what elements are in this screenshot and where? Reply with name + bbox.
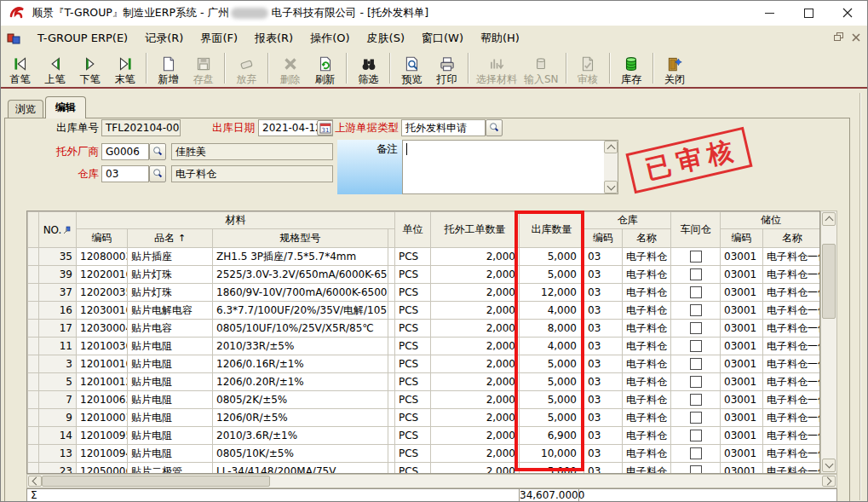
row-selector-cell[interactable] <box>28 248 39 266</box>
shop-warehouse-checkbox[interactable] <box>690 465 702 474</box>
row-selector-cell[interactable] <box>28 355 39 373</box>
cell-out-qty[interactable]: 5,000 <box>520 248 584 266</box>
grid-scroll-right-button[interactable] <box>822 476 836 487</box>
menu-help[interactable]: 帮助(H) <box>472 27 528 49</box>
preview-button[interactable]: 预览 <box>394 49 429 87</box>
mdi-restore-button[interactable] <box>834 32 844 44</box>
warehouse-code-field[interactable]: 03 <box>101 165 149 182</box>
scroll-down-button[interactable] <box>604 181 618 193</box>
shop-warehouse-checkbox[interactable] <box>690 430 702 441</box>
close-form-button[interactable]: 关闭 <box>658 49 693 87</box>
grid-scroll-left-button[interactable] <box>28 476 42 487</box>
table-row[interactable]: 17 12030004 贴片电容 0805/10UF/10%/25V/X5R/8… <box>28 320 821 338</box>
table-row[interactable]: 3 12010010 贴片电阻 1206/0.16R/±1% PCS 2,000… <box>28 355 821 373</box>
table-row[interactable]: 37 12020035 贴片灯珠 1860/9V-10V/700mA/6000K… <box>28 284 821 302</box>
row-selector-cell[interactable] <box>28 373 39 391</box>
last-record-button[interactable]: 末笔 <box>107 49 142 87</box>
shop-warehouse-checkbox[interactable] <box>690 394 702 406</box>
cell-out-qty[interactable]: 5,000 <box>520 391 584 409</box>
grid-scroll-down-button[interactable] <box>822 459 836 472</box>
cell-out-qty[interactable]: 6,900 <box>520 427 584 445</box>
scroll-up-button[interactable] <box>604 141 618 153</box>
shop-warehouse-checkbox[interactable] <box>690 251 702 263</box>
row-selector-cell[interactable] <box>28 391 39 409</box>
col-header-spec[interactable]: 规格型号 <box>213 229 388 248</box>
shop-warehouse-checkbox[interactable] <box>690 447 702 459</box>
cell-out-qty[interactable]: 8,000 <box>520 320 584 338</box>
col-header-bin-name[interactable]: 名称 <box>763 229 821 248</box>
date-picker-button[interactable]: 31 <box>317 120 333 136</box>
col-header-code[interactable]: 编码 <box>77 229 128 248</box>
col-header-wo-qty[interactable]: 托外工单数量 <box>431 212 520 248</box>
upstream-lookup-button[interactable] <box>486 119 503 136</box>
audit-button[interactable]: 审核 <box>571 49 606 87</box>
input-sn-button[interactable]: 输入SN <box>520 49 562 87</box>
table-row[interactable]: 7 12010063 贴片电阻 0805/2K/±5% PCS 2,000 5,… <box>28 391 821 409</box>
cell-out-qty[interactable]: 5,000 <box>520 409 584 427</box>
save-button[interactable]: 存盘 <box>186 49 221 87</box>
grid-horizontal-scrollbar[interactable] <box>26 474 837 488</box>
shop-warehouse-checkbox[interactable] <box>690 358 702 370</box>
col-header-no[interactable]: NO. <box>39 212 77 248</box>
table-row[interactable]: 5 12010012 贴片电阻 1206/0.20R/±1% PCS 2,000… <box>28 373 821 391</box>
menu-skin[interactable]: 皮肤(S) <box>359 27 413 49</box>
first-record-button[interactable]: 首笔 <box>3 49 37 87</box>
group-header-warehouse[interactable]: 仓库 <box>584 212 671 229</box>
col-header-wh-name[interactable]: 名称 <box>623 229 671 248</box>
menu-record[interactable]: 记录(R) <box>136 27 192 49</box>
group-header-bin[interactable]: 储位 <box>721 212 821 229</box>
menu-interface[interactable]: 界面(F) <box>192 27 246 49</box>
select-material-button[interactable]: 选择材料 <box>473 49 520 87</box>
filter-button[interactable]: 筛选 <box>351 49 386 87</box>
shop-warehouse-checkbox[interactable] <box>690 412 702 424</box>
warehouse-lookup-button[interactable] <box>149 165 166 182</box>
grid-vscroll-thumb[interactable] <box>822 244 836 319</box>
cell-out-qty[interactable]: 12,000 <box>520 284 584 302</box>
table-row[interactable]: 14 12010095 贴片电阻 2010/3.6R/±1% PCS 2,000… <box>28 427 821 445</box>
vendor-lookup-button[interactable] <box>149 143 166 160</box>
maximize-button[interactable] <box>789 1 828 25</box>
cell-out-qty[interactable]: 5,000 <box>520 463 584 475</box>
grid-scroll-up-button[interactable] <box>822 212 836 226</box>
order-no-field[interactable]: TFL202104-0017 <box>101 119 181 136</box>
cell-out-qty[interactable]: 5,000 <box>520 266 584 284</box>
cell-out-qty[interactable]: 10,000 <box>520 445 584 463</box>
row-selector-cell[interactable] <box>28 302 39 320</box>
upstream-type-field[interactable]: 托外发料申请 <box>401 119 486 136</box>
menu-window[interactable]: 窗口(W) <box>413 27 472 49</box>
col-header-out-qty[interactable]: 出库数量 <box>520 212 584 248</box>
shop-warehouse-checkbox[interactable] <box>690 376 702 388</box>
minimize-button[interactable] <box>750 1 789 25</box>
menu-operation[interactable]: 操作(O) <box>302 27 358 49</box>
row-selector-cell[interactable] <box>28 445 39 463</box>
discard-button[interactable]: 放弃 <box>229 49 264 87</box>
mdi-close-button[interactable] <box>852 32 860 44</box>
table-row[interactable]: 23 12050006 贴片二极管 LL-34/4148/200MA/75V P… <box>28 463 821 475</box>
table-row[interactable]: 16 12030010 贴片电解电容 6.3*7.7/100UF/20%/35V… <box>28 302 821 320</box>
table-row[interactable]: 39 12020016 贴片灯珠 2525/3.0V-3.2V/650mA/60… <box>28 266 821 284</box>
refresh-button[interactable]: 刷新 <box>308 49 342 87</box>
row-selector-cell[interactable] <box>28 338 39 355</box>
col-header-bin-code[interactable]: 编码 <box>721 229 763 248</box>
table-row[interactable]: 9 12010001 贴片电阻 1206/0R/±5% PCS 2,000 5,… <box>28 409 821 427</box>
cell-out-qty[interactable]: 5,000 <box>520 355 584 373</box>
tab-browse[interactable]: 浏览 <box>8 100 43 118</box>
table-row[interactable]: 11 12010036 贴片电阻 2010/33R/±5% PCS 2,000 … <box>28 338 821 355</box>
grid-vertical-scrollbar[interactable] <box>820 211 837 474</box>
shop-warehouse-checkbox[interactable] <box>690 304 702 316</box>
shop-warehouse-checkbox[interactable] <box>690 340 702 352</box>
cell-out-qty[interactable]: 4,000 <box>520 302 584 320</box>
row-selector-cell[interactable] <box>28 427 39 445</box>
cell-out-qty[interactable]: 5,000 <box>520 373 584 391</box>
col-header-shop-warehouse[interactable]: 车间仓 <box>671 212 721 248</box>
prev-record-button[interactable]: 上笔 <box>37 49 72 87</box>
menu-tgroup-erp[interactable]: T-GROUP ERP(E) <box>29 28 136 48</box>
cell-out-qty[interactable]: 4,000 <box>520 338 584 355</box>
delete-button[interactable]: 删除 <box>273 49 308 87</box>
remark-scrollbar[interactable] <box>604 141 618 193</box>
shop-warehouse-checkbox[interactable] <box>690 268 702 280</box>
tab-edit[interactable]: 编辑 <box>45 96 86 118</box>
col-header-name[interactable]: 品名↑ <box>128 229 213 248</box>
table-row[interactable]: 13 12010094 贴片电阻 0805/10K/±5% PCS 2,000 … <box>28 445 821 463</box>
row-selector-cell[interactable] <box>28 409 39 427</box>
